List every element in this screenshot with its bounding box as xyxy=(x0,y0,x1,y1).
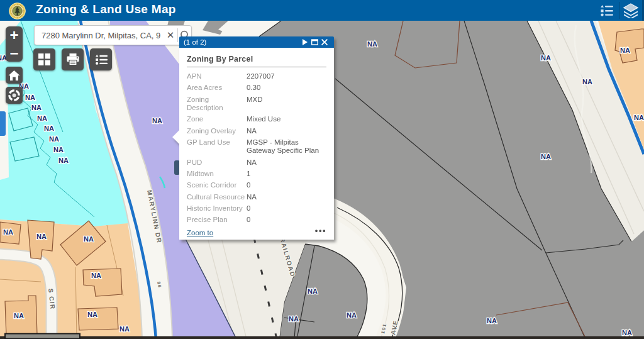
map-label-na: NA xyxy=(347,311,357,319)
legend-list-icon[interactable] xyxy=(596,2,618,19)
zoom-in-button[interactable]: + xyxy=(6,26,23,43)
map-label-na: NA xyxy=(487,317,497,325)
popup-divider xyxy=(187,67,326,67)
map-label-na: NA xyxy=(91,272,101,279)
popup-pager: (1 of 2) xyxy=(184,38,299,46)
popup-titlebar: (1 of 2) xyxy=(179,36,334,48)
printer-icon xyxy=(66,53,80,66)
legend-icon xyxy=(94,53,108,66)
popup-close-icon[interactable] xyxy=(319,39,330,45)
popup-row-value: NA xyxy=(247,127,326,135)
map-label-na: NA xyxy=(152,117,162,125)
map-label-na: NA xyxy=(582,78,592,86)
popup-row: Cultural ResourceNA xyxy=(187,193,326,201)
popup-maximize-icon[interactable] xyxy=(309,39,319,45)
map-label-na: NA xyxy=(634,114,644,121)
popup-next-icon[interactable] xyxy=(299,39,309,45)
search-box: 7280 Marylinn Dr, Milpitas, CA, 9 ✕ xyxy=(34,25,192,45)
search-clear-icon[interactable]: ✕ xyxy=(164,30,177,41)
popup-row-label: GP Land Use xyxy=(187,138,247,155)
popup-row-value: 0 xyxy=(247,204,326,213)
zoom-out-button[interactable]: − xyxy=(6,45,23,62)
map-label-na: NA xyxy=(620,47,630,54)
popup-title: Zoning By Parcel xyxy=(187,55,326,64)
home-button[interactable] xyxy=(6,67,23,84)
page-title: Zoning & Land Use Map xyxy=(36,3,176,16)
map-label-na: NA xyxy=(308,287,318,295)
layers-icon[interactable] xyxy=(619,2,641,19)
popup-row-value: 1 xyxy=(247,170,326,178)
popup-row-label: Midtown xyxy=(187,170,247,178)
print-button[interactable] xyxy=(62,48,84,70)
zone-orange-bottom-left xyxy=(0,220,143,339)
map-label-na: NA xyxy=(49,135,59,143)
popup-row-value: MGSP - Milpitas Gateway Specific Plan xyxy=(247,138,326,155)
map-label-na: NA xyxy=(541,153,551,160)
popup-window: (1 of 2) Zoning By Parcel APN2207007Area xyxy=(179,36,334,240)
map-label-na: NA xyxy=(367,40,377,48)
popup-attribute-rows: APN2207007Area Acres0.30Zoning Descripti… xyxy=(187,72,326,225)
map-label-na: NA xyxy=(622,329,632,336)
basemap-grid-icon xyxy=(38,53,51,66)
popup-body: Zoning By Parcel APN2207007Area Acres0.3… xyxy=(179,48,334,240)
map-label-na: NA xyxy=(84,235,94,243)
popup-row-label: Zoning Overlay xyxy=(187,127,247,135)
popup-row: ZoneMixed Use xyxy=(187,115,326,123)
popup-row-label: Scenic Corridor xyxy=(187,181,247,189)
map-label-na: NA xyxy=(289,315,299,323)
popup-row-value: Mixed Use xyxy=(247,115,326,123)
popup-row-value: 0 xyxy=(247,181,326,189)
popup-row: Precise Plan0 xyxy=(187,216,326,224)
map-label-na: NA xyxy=(14,312,24,320)
locate-crosshair-icon xyxy=(8,89,21,102)
zoning-map-app: NANANANANANANANANANANANANANANANANANANANA… xyxy=(0,0,644,339)
popup-row-value: MXD xyxy=(247,96,326,113)
map-label-na: NA xyxy=(37,114,47,122)
map-label-na: NA xyxy=(53,146,64,153)
map-label-na: NA xyxy=(36,233,47,240)
popup-row: PUDNA xyxy=(187,158,326,167)
popup-row-value: 0 xyxy=(247,216,326,224)
popup-row-value: NA xyxy=(247,193,326,201)
map-label-na: NA xyxy=(541,54,551,62)
city-seal-logo xyxy=(9,3,26,19)
map-label-na: NA xyxy=(31,104,42,111)
popup-row: Zoning OverlayNA xyxy=(187,127,326,135)
map-label-na: NA xyxy=(87,311,97,318)
popup-row-value: 0.30 xyxy=(247,84,326,92)
popup-row: Area Acres0.30 xyxy=(187,84,326,92)
popup-pointer xyxy=(172,130,179,144)
popup-row-label: Zoning Description xyxy=(187,96,247,113)
popup-footer: Zoom to ••• xyxy=(187,229,326,236)
zoom-to-link[interactable]: Zoom to xyxy=(187,229,213,236)
legend-button[interactable] xyxy=(90,48,112,70)
popup-row-label: Historic Inventory xyxy=(187,204,247,213)
popup-row-label: PUD xyxy=(187,158,247,167)
popup-more-icon[interactable]: ••• xyxy=(315,231,326,235)
popup-row: APN2207007 xyxy=(187,72,326,81)
map-label-na: NA xyxy=(58,157,69,164)
app-header: Zoning & Land Use Map xyxy=(0,0,644,21)
popup-row: Midtown1 xyxy=(187,170,326,178)
basemap-gallery-button[interactable] xyxy=(33,48,55,70)
locate-button[interactable] xyxy=(6,87,23,104)
popup-row-value: 2207007 xyxy=(247,72,326,81)
popup-row: Historic Inventory0 xyxy=(187,204,326,213)
popup-row-label: Area Acres xyxy=(187,84,247,92)
map-label-na: NA xyxy=(44,125,54,132)
map-label-na: NA xyxy=(119,325,130,333)
attribute-table-tab[interactable] xyxy=(0,111,6,136)
home-icon xyxy=(8,70,20,81)
popup-row-value: NA xyxy=(247,158,326,167)
popup-row-label: Precise Plan xyxy=(187,216,247,224)
popup-row: Zoning DescriptionMXD xyxy=(187,96,326,113)
search-input[interactable]: 7280 Marylinn Dr, Milpitas, CA, 9 xyxy=(35,31,164,40)
popup-row: Scenic Corridor0 xyxy=(187,181,326,189)
map-label-na: NA xyxy=(25,94,35,101)
popup-row-label: Cultural Resource xyxy=(187,193,247,201)
map-label-na: NA xyxy=(3,228,13,236)
zoom-control: + − xyxy=(6,26,23,62)
popup-row-label: APN xyxy=(187,72,247,81)
popup-row-label: Zone xyxy=(187,115,247,123)
popup-row: GP Land UseMGSP - Milpitas Gateway Speci… xyxy=(187,138,326,155)
